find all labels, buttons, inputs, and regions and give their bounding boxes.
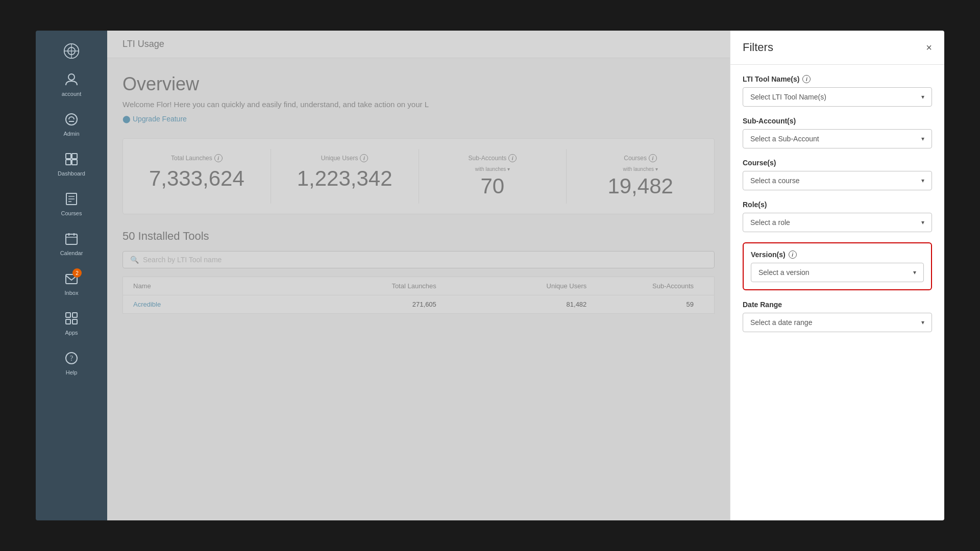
sidebar-item-courses[interactable]: Courses xyxy=(36,184,107,223)
filter-label-date-range: Date Range xyxy=(743,300,932,309)
sidebar-item-admin[interactable]: Admin xyxy=(36,104,107,144)
close-button[interactable]: × xyxy=(926,42,932,53)
sidebar-label-admin: Admin xyxy=(63,131,79,137)
filter-select-date-range[interactable]: Select a date range ▾ xyxy=(743,313,932,332)
info-icon-lti-tool: i xyxy=(802,75,811,83)
filter-section-courses: Course(s) Select a course ▾ xyxy=(743,159,932,190)
sidebar-item-dashboard[interactable]: Dashboard xyxy=(36,144,107,184)
sidebar-item-apps[interactable]: Apps xyxy=(36,303,107,343)
logo-icon xyxy=(63,43,80,59)
filter-label-lti-tool: LTI Tool Name(s) i xyxy=(743,75,932,83)
filter-section-sub-account: Sub-Account(s) Select a Sub-Account ▾ xyxy=(743,117,932,148)
sidebar-item-inbox[interactable]: 2 Inbox xyxy=(36,263,107,303)
inbox-badge: 2 xyxy=(72,268,82,278)
chevron-down-icon-roles: ▾ xyxy=(921,219,924,226)
content-overlay xyxy=(107,31,730,520)
svg-rect-23 xyxy=(72,319,77,324)
svg-rect-7 xyxy=(66,154,71,159)
sidebar-label-account: account xyxy=(62,91,82,97)
filter-select-versions-placeholder: Select a version xyxy=(758,268,810,277)
sidebar: account Admin xyxy=(36,31,107,520)
filter-select-roles[interactable]: Select a role ▾ xyxy=(743,213,932,232)
chevron-down-icon-lti-tool: ▾ xyxy=(921,93,924,101)
svg-point-4 xyxy=(68,74,75,80)
filter-select-courses[interactable]: Select a course ▾ xyxy=(743,171,932,190)
filter-select-sub-account[interactable]: Select a Sub-Account ▾ xyxy=(743,129,932,148)
svg-rect-22 xyxy=(66,319,70,324)
apps-icon xyxy=(63,310,80,327)
filter-title: Filters xyxy=(743,41,773,54)
filter-select-courses-placeholder: Select a course xyxy=(750,177,800,185)
svg-rect-10 xyxy=(72,160,77,165)
chevron-down-icon-date-range: ▾ xyxy=(921,319,924,326)
filter-section-date-range: Date Range Select a date range ▾ xyxy=(743,300,932,332)
dashboard-icon xyxy=(63,151,80,167)
sidebar-item-help[interactable]: ? Help xyxy=(36,343,107,383)
filter-select-versions[interactable]: Select a version ▾ xyxy=(751,263,924,282)
svg-rect-21 xyxy=(72,313,77,317)
filter-select-roles-placeholder: Select a role xyxy=(750,218,790,227)
sidebar-label-inbox: Inbox xyxy=(65,290,79,296)
sidebar-item-calendar[interactable]: Calendar xyxy=(36,223,107,263)
sidebar-logo[interactable] xyxy=(36,36,107,64)
account-icon xyxy=(63,71,80,88)
filter-select-date-range-placeholder: Select a date range xyxy=(750,318,812,327)
account-icon-wrap xyxy=(63,71,80,88)
filter-section-versions-highlighted: Version(s) i Select a version ▾ xyxy=(743,242,932,290)
filter-body: LTI Tool Name(s) i Select LTI Tool Name(… xyxy=(730,65,944,342)
svg-rect-20 xyxy=(66,313,70,317)
svg-point-5 xyxy=(66,114,77,125)
sidebar-label-dashboard: Dashboard xyxy=(58,170,85,177)
svg-rect-8 xyxy=(72,154,77,159)
sidebar-label-apps: Apps xyxy=(65,330,78,336)
filter-label-courses: Course(s) xyxy=(743,159,932,167)
svg-rect-15 xyxy=(66,234,77,244)
sidebar-label-calendar: Calendar xyxy=(60,250,83,256)
filter-header: Filters × xyxy=(730,31,944,65)
chevron-down-icon-versions: ▾ xyxy=(913,269,916,276)
calendar-icon xyxy=(63,231,80,247)
admin-icon xyxy=(63,111,80,128)
content-area: LTI Usage Overview Welcome Flor! Here yo… xyxy=(107,31,730,520)
svg-rect-9 xyxy=(66,160,71,165)
inbox-icon-wrap: 2 xyxy=(63,270,80,287)
chevron-down-icon-courses: ▾ xyxy=(921,177,924,184)
filter-label-roles: Role(s) xyxy=(743,201,932,209)
svg-text:?: ? xyxy=(70,355,73,362)
info-icon-versions: i xyxy=(789,251,797,259)
filter-select-lti-tool-placeholder: Select LTI Tool Name(s) xyxy=(750,93,826,101)
filter-label-versions: Version(s) i xyxy=(751,251,924,259)
filter-section-roles: Role(s) Select a role ▾ xyxy=(743,201,932,232)
filter-select-lti-tool[interactable]: Select LTI Tool Name(s) ▾ xyxy=(743,87,932,107)
filter-label-sub-account: Sub-Account(s) xyxy=(743,117,932,125)
filter-section-lti-tool: LTI Tool Name(s) i Select LTI Tool Name(… xyxy=(743,75,932,107)
sidebar-item-account[interactable]: account xyxy=(36,64,107,104)
filter-panel: Filters × LTI Tool Name(s) i Select LTI … xyxy=(730,31,944,520)
sidebar-label-courses: Courses xyxy=(61,210,82,216)
courses-icon xyxy=(63,191,80,207)
help-icon: ? xyxy=(63,350,80,366)
chevron-down-icon-sub-account: ▾ xyxy=(921,135,924,142)
filter-select-sub-account-placeholder: Select a Sub-Account xyxy=(750,135,819,143)
sidebar-label-help: Help xyxy=(66,369,78,375)
